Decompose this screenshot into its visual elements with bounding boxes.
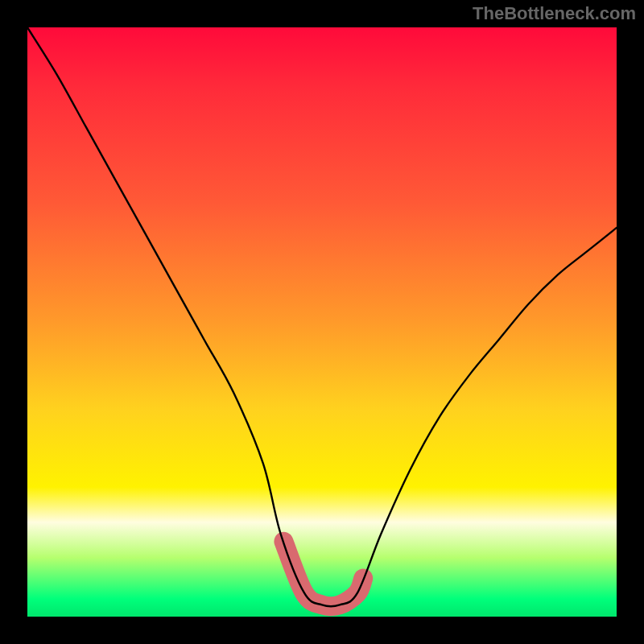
bottleneck-curve [27, 27, 617, 606]
chart-overlay [27, 27, 617, 617]
watermark-text: TheBottleneck.com [473, 3, 636, 24]
chart-frame: TheBottleneck.com [0, 0, 644, 644]
